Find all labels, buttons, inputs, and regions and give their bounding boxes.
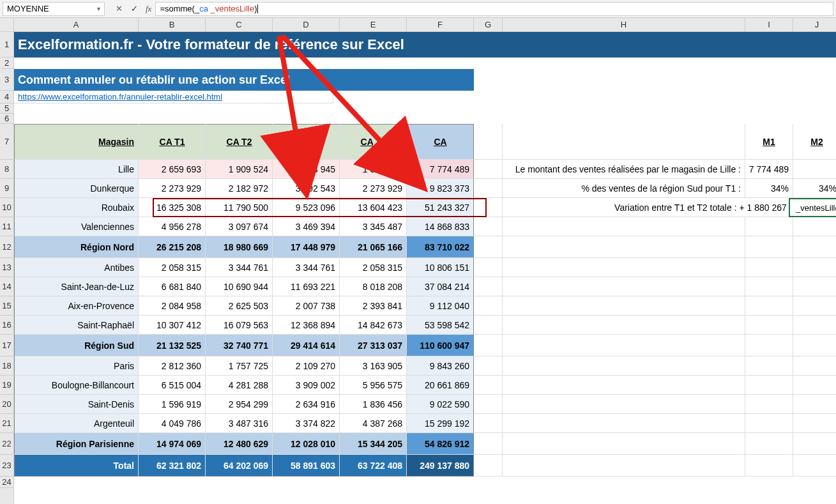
ca-t1-value: 1 596 919 [139, 395, 206, 414]
ca-t3-value: 3 909 002 [273, 376, 340, 395]
cell [474, 124, 503, 160]
row-headers: 123456789101112131415161718192021222324 [0, 32, 14, 504]
row-header-22[interactable]: 22 [0, 433, 13, 455]
ca-t2-value: 1 909 524 [206, 160, 273, 179]
row-header-18[interactable]: 18 [0, 356, 13, 376]
name-box[interactable]: MOYENNE ▾ [3, 2, 105, 16]
cell [745, 335, 793, 356]
col-header-E[interactable]: E [340, 18, 407, 31]
cell [503, 356, 745, 376]
ca-t4-value: 2 273 929 [340, 179, 407, 198]
row-header-9[interactable]: 9 [0, 179, 13, 198]
store-name: Paris [14, 356, 139, 376]
row-header-13[interactable]: 13 [0, 258, 13, 277]
cell [503, 277, 745, 296]
cell [793, 335, 836, 356]
ca-t2-value: 16 079 563 [206, 316, 273, 335]
ca-t4-value: 1 836 456 [340, 395, 407, 414]
row-header-3[interactable]: 3 [0, 69, 13, 91]
row-header-20[interactable]: 20 [0, 395, 13, 414]
cell [793, 433, 836, 455]
cell [745, 376, 793, 395]
ca-t1-value: 6 515 004 [139, 376, 206, 395]
cell [474, 433, 503, 455]
ca-t1-value: 62 321 802 [139, 455, 206, 477]
store-name: Région Parisienne [14, 433, 139, 455]
col-header-J[interactable]: J [793, 18, 836, 31]
row-header-7[interactable]: 7 [0, 124, 13, 160]
row-header-15[interactable]: 15 [0, 296, 13, 316]
row-header-16[interactable]: 16 [0, 316, 13, 335]
ca-total-value: 14 868 833 [407, 217, 474, 236]
row-header-5[interactable]: 5 [0, 103, 13, 114]
spreadsheet-grid[interactable]: _ventesLille) Excelformation.fr - Votre … [14, 32, 836, 504]
ca-total-value: 249 137 880 [407, 455, 474, 477]
col-header-D[interactable]: D [273, 18, 340, 31]
cell [474, 316, 503, 335]
row-header-14[interactable]: 14 [0, 277, 13, 296]
row-header-19[interactable]: 19 [0, 376, 13, 395]
tutorial-link[interactable]: https://www.excelformation.fr/annuler-re… [14, 91, 333, 103]
col-header-I[interactable]: I [745, 18, 793, 31]
cell [793, 258, 836, 277]
col-header-G[interactable]: G [474, 18, 503, 31]
store-name: Lille [14, 160, 139, 179]
cell [745, 277, 793, 296]
col-header-A[interactable]: A [14, 18, 139, 31]
active-edit-cell[interactable]: _ventesLille) [789, 198, 836, 217]
store-name: Argenteuil [14, 414, 139, 433]
cell [793, 376, 836, 395]
cell [745, 296, 793, 316]
select-all-corner[interactable] [0, 18, 14, 32]
fx-icon[interactable]: fx [146, 4, 151, 14]
store-name: Région Sud [14, 335, 139, 356]
col-header-ca-t1: CA T1 [139, 124, 206, 160]
text-caret [257, 4, 258, 13]
ca-total-value: 20 661 869 [407, 376, 474, 395]
row-header-6[interactable]: 6 [0, 114, 13, 124]
confirm-formula-button[interactable]: ✓ [126, 2, 142, 16]
ca-t3-value: 12 368 894 [273, 316, 340, 335]
row-header-23[interactable]: 23 [0, 455, 13, 477]
row-header-8[interactable]: 8 [0, 160, 13, 179]
ca-total-value: 110 600 947 [407, 335, 474, 356]
ca-t3-value: 3 344 761 [273, 258, 340, 277]
col-header-C[interactable]: C [206, 18, 273, 31]
row-header-17[interactable]: 17 [0, 335, 13, 356]
cell [793, 277, 836, 296]
store-name: Roubaix [14, 198, 139, 217]
side-value-m1-lille: 7 774 489 [745, 160, 793, 179]
cell [474, 179, 503, 198]
cell [793, 236, 836, 258]
chevron-down-icon[interactable]: ▾ [97, 5, 100, 12]
ca-t4-value: 8 018 208 [340, 277, 407, 296]
row-header-4[interactable]: 4 [0, 91, 13, 103]
side-label-variation: Variation entre T1 et T2 totale : + 1 88… [503, 198, 836, 217]
ca-total-value: 7 774 489 [407, 160, 474, 179]
col-header-magasin: Magasin [14, 124, 139, 160]
cell [474, 395, 503, 414]
col-header-F[interactable]: F [407, 18, 474, 31]
page-subtitle: Comment annuler ou rétablir une action s… [14, 69, 474, 91]
cell [474, 356, 503, 376]
row-header-24[interactable]: 24 [0, 477, 13, 488]
ca-t1-value: 4 049 786 [139, 414, 206, 433]
ca-t2-value: 11 790 500 [206, 198, 273, 217]
row-header-2[interactable]: 2 [0, 57, 13, 69]
cancel-formula-button[interactable]: ✕ [111, 2, 126, 16]
ca-total-value: 9 843 260 [407, 356, 474, 376]
row-header-21[interactable]: 21 [0, 414, 13, 433]
ca-t3-value: 2 634 916 [273, 395, 340, 414]
row-header-1[interactable]: 1 [0, 32, 13, 57]
row-header-11[interactable]: 11 [0, 217, 13, 236]
formula-input[interactable]: =somme(_ca _ventesLille) [155, 2, 833, 16]
col-header-B[interactable]: B [139, 18, 206, 31]
ca-t2-value: 3 344 761 [206, 258, 273, 277]
row-header-10[interactable]: 10 [0, 198, 13, 217]
ca-t1-value: 2 084 958 [139, 296, 206, 316]
ca-total-value: 9 823 373 [407, 179, 474, 198]
ca-t4-value: 21 065 166 [340, 236, 407, 258]
col-header-H[interactable]: H [503, 18, 745, 31]
side-value-m2-lille[interactable] [793, 160, 836, 179]
row-header-12[interactable]: 12 [0, 236, 13, 258]
